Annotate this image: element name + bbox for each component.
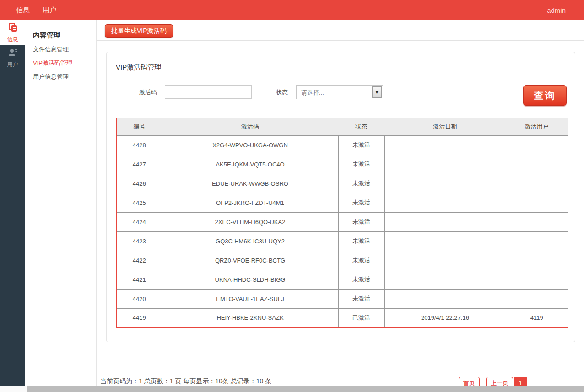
table-cell: 未激活 bbox=[338, 212, 384, 231]
logged-in-user[interactable]: admin bbox=[547, 0, 566, 20]
table-cell: 未激活 bbox=[338, 135, 384, 155]
table-row: 4420EMTO-VAUF-1EAZ-SULJ未激活 bbox=[116, 289, 568, 308]
table-cell bbox=[384, 231, 506, 251]
table-cell: 未激活 bbox=[338, 155, 384, 174]
submenu-heading: 内容管理 bbox=[25, 20, 96, 43]
table-cell: 4425 bbox=[116, 193, 162, 212]
main-content: 批量生成VIP激活码 VIP激活码管理 激活码 状态 请选择... ▼ 查询 编… bbox=[97, 20, 584, 386]
chevron-down-icon: ▼ bbox=[375, 90, 379, 95]
sidebar-item-file-info[interactable]: 文件信息管理 bbox=[25, 43, 96, 56]
table-cell: AK5E-IQKM-VQT5-OC4O bbox=[162, 155, 338, 174]
horizontal-scrollbar[interactable] bbox=[0, 386, 584, 392]
table-cell bbox=[506, 193, 568, 212]
table-cell: 2019/4/1 22:27:16 bbox=[384, 308, 506, 328]
rail-item-label: 信息 bbox=[7, 36, 18, 43]
table-cell: HEIY-HBKE-2KNU-SAZK bbox=[162, 308, 338, 328]
table-cell bbox=[384, 251, 506, 270]
table-cell bbox=[506, 212, 568, 231]
table-cell: 4419 bbox=[116, 308, 162, 328]
table-cell bbox=[506, 251, 568, 270]
vip-code-panel: VIP激活码管理 激活码 状态 请选择... ▼ 查询 编号激活码状态激活日期激… bbox=[106, 52, 575, 342]
table-cell: 4420 bbox=[116, 289, 162, 308]
table-cell bbox=[506, 174, 568, 193]
table-cell: OFP2-JKRO-FZDT-U4M1 bbox=[162, 193, 338, 212]
table-cell: 未激活 bbox=[338, 289, 384, 308]
table-cell: 未激活 bbox=[338, 270, 384, 289]
table-cell: 已激活 bbox=[338, 308, 384, 328]
table-cell bbox=[384, 174, 506, 193]
table-header-cell: 状态 bbox=[338, 118, 384, 135]
table-cell: 未激活 bbox=[338, 193, 384, 212]
app-window: 信息 用户 admin 信息 bbox=[0, 0, 584, 392]
rail-item-label: 用户 bbox=[7, 61, 18, 69]
table-row: 4423GQ3C-HM6K-IC3U-UQY2未激活 bbox=[116, 231, 568, 251]
table-cell: UKNA-HHDC-SLDH-BIGG bbox=[162, 270, 338, 289]
table-cell: 4421 bbox=[116, 270, 162, 289]
table-header-cell: 编号 bbox=[116, 118, 162, 135]
table-row: 4419HEIY-HBKE-2KNU-SAZK已激活2019/4/1 22:27… bbox=[116, 308, 568, 328]
top-tab-info[interactable]: 信息 bbox=[16, 6, 30, 15]
table-cell: 4119 bbox=[506, 308, 568, 328]
table-cell: 未激活 bbox=[338, 231, 384, 251]
table-cell: GQ3C-HM6K-IC3U-UQY2 bbox=[162, 231, 338, 251]
table-cell: X2G4-WPVO-UKGA-OWGN bbox=[162, 135, 338, 155]
table-row: 44242XEC-VLHM-H6QO-UKA2未激活 bbox=[116, 212, 568, 231]
table-header-cell: 激活码 bbox=[162, 118, 338, 135]
icon-rail: 信息 用户 bbox=[0, 20, 25, 386]
sidebar-item-user-info[interactable]: 用户信息管理 bbox=[25, 70, 96, 84]
table-row: 4427AK5E-IQKM-VQT5-OC4O未激活 bbox=[116, 155, 568, 174]
rail-item-info[interactable]: 信息 bbox=[0, 20, 25, 45]
status-field-label: 状态 bbox=[275, 88, 288, 97]
table-cell bbox=[384, 155, 506, 174]
horizontal-scrollbar-thumb[interactable] bbox=[27, 386, 584, 392]
sidebar-item-vip-codes[interactable]: VIP激活码管理 bbox=[25, 56, 96, 70]
table-cell: 4424 bbox=[116, 212, 162, 231]
table-cell bbox=[506, 155, 568, 174]
table-cell: 4428 bbox=[116, 135, 162, 155]
select-arrow-button[interactable]: ▼ bbox=[372, 86, 382, 98]
rail-item-user[interactable]: 用户 bbox=[0, 45, 25, 70]
batch-generate-button[interactable]: 批量生成VIP激活码 bbox=[105, 24, 173, 38]
top-nav-tabs: 信息 用户 bbox=[16, 0, 56, 20]
table-cell: 4427 bbox=[116, 155, 162, 174]
table-cell: 未激活 bbox=[338, 251, 384, 270]
table-cell: EDUE-URAK-WWGB-OSRO bbox=[162, 174, 338, 193]
table-header-cell: 激活用户 bbox=[506, 118, 568, 135]
table-body: 4428X2G4-WPVO-UKGA-OWGN未激活4427AK5E-IQKM-… bbox=[116, 135, 568, 328]
vip-codes-table: 编号激活码状态激活日期激活用户 4428X2G4-WPVO-UKGA-OWGN未… bbox=[116, 118, 568, 328]
table-cell: 未激活 bbox=[338, 174, 384, 193]
table-cell: 4423 bbox=[116, 231, 162, 251]
table-cell: 2XEC-VLHM-H6QO-UKA2 bbox=[162, 212, 338, 231]
top-navbar: 信息 用户 admin bbox=[0, 0, 584, 20]
table-cell bbox=[506, 231, 568, 251]
table-cell bbox=[506, 289, 568, 308]
table-cell bbox=[506, 270, 568, 289]
table-header-row: 编号激活码状态激活日期激活用户 bbox=[116, 118, 568, 135]
status-select[interactable]: 请选择... ▼ bbox=[296, 85, 383, 99]
status-select-value: 请选择... bbox=[301, 89, 324, 97]
pagination-summary: 当前页码为：1 总页数：1 页 每页显示：10条 总记录：10 条 bbox=[100, 377, 271, 386]
table-cell bbox=[384, 270, 506, 289]
table-row: 4425OFP2-JKRO-FZDT-U4M1未激活 bbox=[116, 193, 568, 212]
table-cell: 4426 bbox=[116, 174, 162, 193]
table-cell bbox=[506, 135, 568, 155]
sub-sidebar: 内容管理 文件信息管理 VIP激活码管理 用户信息管理 bbox=[25, 20, 97, 386]
footer-divider bbox=[97, 373, 584, 373]
table-row: 4428X2G4-WPVO-UKGA-OWGN未激活 bbox=[116, 135, 568, 155]
code-field-label: 激活码 bbox=[128, 88, 157, 97]
table-cell bbox=[384, 193, 506, 212]
activation-code-input[interactable] bbox=[165, 85, 252, 99]
toolbar-divider bbox=[97, 40, 584, 41]
panel-title: VIP激活码管理 bbox=[116, 63, 161, 72]
table-cell bbox=[384, 289, 506, 308]
table-header-cell: 激活日期 bbox=[384, 118, 506, 135]
table-cell: EMTO-VAUF-1EAZ-SULJ bbox=[162, 289, 338, 308]
table-row: 4421UKNA-HHDC-SLDH-BIGG未激活 bbox=[116, 270, 568, 289]
table-cell: 4422 bbox=[116, 251, 162, 270]
table-row: 4426EDUE-URAK-WWGB-OSRO未激活 bbox=[116, 174, 568, 193]
table-cell bbox=[384, 135, 506, 155]
table-cell: QRZ0-VFOE-RF0C-BCTG bbox=[162, 251, 338, 270]
table-cell bbox=[384, 212, 506, 231]
top-tab-user[interactable]: 用户 bbox=[43, 6, 56, 15]
search-button[interactable]: 查询 bbox=[523, 85, 567, 106]
